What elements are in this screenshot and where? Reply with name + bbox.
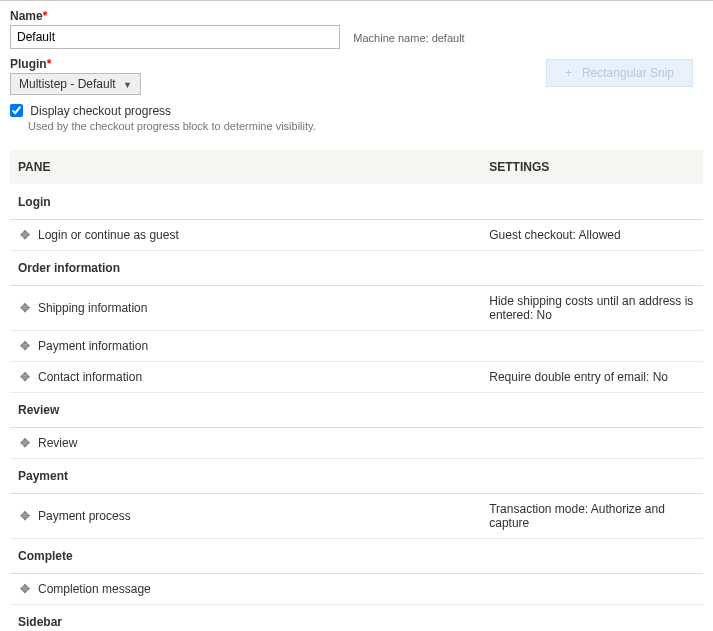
required-marker: * <box>43 9 48 23</box>
name-input[interactable] <box>10 25 340 49</box>
pane-name: Login or continue as guest <box>38 228 179 242</box>
table-row: ✥Payment information <box>10 330 703 361</box>
table-row: ✥Contact informationRequire double entry… <box>10 361 703 392</box>
panes-table: PANE SETTINGS Login✥Login or continue as… <box>10 150 703 631</box>
table-row: ✥Completion message <box>10 573 703 604</box>
section-title: Sidebar <box>10 604 703 631</box>
display-progress-label[interactable]: Display checkout progress <box>30 104 171 118</box>
drag-handle-icon[interactable]: ✥ <box>18 339 32 353</box>
display-progress-hint: Used by the checkout progress block to d… <box>28 120 703 132</box>
plugin-select[interactable]: Multistep - Default ▼ <box>10 73 141 95</box>
pane-settings <box>481 330 703 361</box>
pane-settings: Hide shipping costs until an address is … <box>481 285 703 330</box>
plus-icon: + <box>565 66 572 80</box>
table-row: ✥Login or continue as guestGuest checkou… <box>10 219 703 250</box>
pane-settings <box>481 573 703 604</box>
plugin-label: Plugin <box>10 57 47 71</box>
pane-settings: Transaction mode: Authorize and capture <box>481 493 703 538</box>
section-title: Login <box>10 184 703 219</box>
pane-name: Review <box>38 436 77 450</box>
section-title: Complete <box>10 538 703 573</box>
pane-name: Payment information <box>38 339 148 353</box>
plugin-select-value: Multistep - Default <box>19 77 116 91</box>
drag-handle-icon[interactable]: ✥ <box>18 228 32 242</box>
table-row: ✥Review <box>10 427 703 458</box>
rectangular-snip-button[interactable]: +Rectangular Snip <box>546 59 693 87</box>
pane-name: Completion message <box>38 582 151 596</box>
col-settings: SETTINGS <box>481 150 703 185</box>
pane-name: Payment process <box>38 509 131 523</box>
pane-settings: Require double entry of email: No <box>481 361 703 392</box>
required-marker: * <box>47 57 52 71</box>
machine-name: Machine name: default <box>353 32 464 44</box>
display-progress-checkbox[interactable] <box>10 104 23 117</box>
col-pane: PANE <box>10 150 481 185</box>
table-row: ✥Shipping informationHide shipping costs… <box>10 285 703 330</box>
pane-name: Shipping information <box>38 301 147 315</box>
drag-handle-icon[interactable]: ✥ <box>18 582 32 596</box>
section-title: Review <box>10 392 703 427</box>
drag-handle-icon[interactable]: ✥ <box>18 436 32 450</box>
pane-name: Contact information <box>38 370 142 384</box>
pane-settings <box>481 427 703 458</box>
chevron-down-icon: ▼ <box>123 80 132 90</box>
drag-handle-icon[interactable]: ✥ <box>18 509 32 523</box>
drag-handle-icon[interactable]: ✥ <box>18 301 32 315</box>
section-title: Payment <box>10 458 703 493</box>
drag-handle-icon[interactable]: ✥ <box>18 370 32 384</box>
table-row: ✥Payment processTransaction mode: Author… <box>10 493 703 538</box>
section-title: Order information <box>10 250 703 285</box>
name-label: Name <box>10 9 43 23</box>
pane-settings: Guest checkout: Allowed <box>481 219 703 250</box>
